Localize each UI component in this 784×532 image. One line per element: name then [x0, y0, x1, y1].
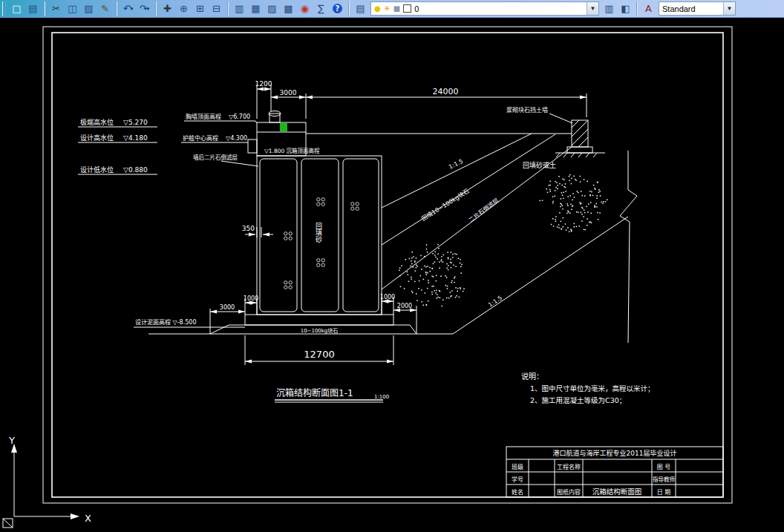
match-properties-button[interactable]: ✎: [97, 1, 113, 16]
layer-properties-icon: ▥: [604, 4, 613, 13]
pan-icon: ✚: [163, 4, 172, 13]
ucs-x-label: X: [85, 513, 91, 524]
cope-elevation-label: 胸墙顶面高程: [186, 113, 221, 120]
markup-button[interactable]: ◉: [297, 1, 313, 16]
quickcalc-icon: ∑: [318, 4, 324, 13]
water-level-label: 设计低水位: [80, 165, 114, 174]
zoom-realtime-icon: ⊕: [180, 4, 188, 13]
dimensions: 1200 3000 24000 350 1000 3000 1000 2000 …: [210, 80, 587, 365]
layer-thaw-sun-icon[interactable]: ☀: [384, 5, 391, 13]
help-icon: ?: [333, 4, 342, 13]
filter-layer-label: 墙后二片石倒滤层: [193, 154, 238, 161]
undo-button-dropdown-arrow[interactable]: ▾: [131, 6, 134, 12]
layer-dropdown-arrow[interactable]: ▼: [587, 2, 598, 15]
dim-2000-right: 2000: [397, 303, 412, 309]
text-style-dropdown[interactable]: Standard▼: [659, 1, 736, 16]
annotations: 回填砂或土 浆砌块石挡土墙 1:1.5 回填10~100kg块石 二片石倒滤层 …: [301, 106, 572, 334]
designcenter-button[interactable]: ▦: [248, 1, 264, 16]
properties-button[interactable]: ▥: [232, 1, 247, 16]
cope-elevation-value: ▽6.700: [229, 114, 250, 120]
copy-button[interactable]: ◫: [65, 1, 80, 16]
dim-1000-left: 1000: [244, 295, 258, 302]
toolbar-grip[interactable]: [2, 1, 6, 16]
zoom-previous-button[interactable]: ⊟: [209, 1, 224, 16]
layer-lock-icon[interactable]: ■: [393, 5, 400, 13]
toolbar-separator: [116, 1, 117, 16]
undo-button[interactable]: ↶▾: [120, 1, 136, 16]
title-block-label: 日 期: [657, 489, 671, 496]
water-level-label: 极端高水位: [80, 118, 114, 126]
zoom-window-button[interactable]: ⊞: [192, 1, 208, 16]
rock-fill-label: 回填10~100kg块石: [420, 187, 471, 223]
toolbar-items: □▤✂◫▧✎↶▾↷▾✚⊕⊞⊟▥▦▨▩◉∑?▤●☀■0▼▥◧AStandard▼: [1, 0, 783, 17]
copy-icon: ◫: [68, 4, 76, 13]
cad-drawing[interactable]: 1200 3000 24000 350 1000 3000 1000 2000 …: [0, 18, 784, 532]
layer-dropdown[interactable]: ●☀■0▼: [370, 1, 599, 16]
redo-button-dropdown-arrow[interactable]: ▾: [147, 6, 150, 12]
drawing-title-text: 沉箱结构断面图1-1: [276, 387, 353, 398]
fender-elevation-label: 护舷中心高程: [183, 134, 218, 142]
tool-palettes-icon: ▨: [267, 4, 276, 13]
note-item: 2、施工用混凝土等级为C30；: [530, 396, 626, 404]
markup-icon: ◉: [301, 4, 309, 13]
cut-icon: ✂: [52, 4, 60, 13]
zoom-previous-icon: ⊟: [212, 4, 220, 13]
paste-button[interactable]: ▧: [81, 1, 97, 16]
dim-350: 350: [242, 225, 255, 232]
new-icon: □: [12, 4, 21, 13]
paste-icon: ▧: [84, 4, 93, 13]
drawing-canvas[interactable]: 1200 3000 24000 350 1000 3000 1000 2000 …: [0, 18, 784, 532]
dim-12700: 12700: [304, 349, 334, 360]
sheet-set-manager-icon: ▩: [284, 4, 293, 13]
layer-properties-button[interactable]: ▥: [601, 1, 617, 16]
zoom-realtime-button[interactable]: ⊕: [176, 1, 192, 16]
new-button[interactable]: □: [9, 1, 24, 16]
text-style-button[interactable]: A: [641, 1, 656, 16]
layer-on-bulb-icon[interactable]: ●: [374, 5, 381, 13]
plot-button[interactable]: ▤: [25, 1, 41, 16]
dim-3000-left: 3000: [220, 304, 235, 311]
ucs-y-label: Y: [8, 435, 15, 446]
text-style-icon: A: [645, 4, 652, 13]
caisson-top-elevation: ▽1.800 沉箱顶面高程: [264, 147, 320, 154]
help-button[interactable]: ?: [330, 1, 345, 16]
notes: 说明： 1、图中尺寸单位为毫米，高程以米计； 2、施工用混凝土等级为C30；: [521, 372, 655, 404]
title-block-label: 班级: [512, 463, 523, 470]
water-level-value: ▽4.180: [123, 134, 148, 142]
quickcalc-button[interactable]: ∑: [313, 1, 329, 16]
title-block-label: 工程名称: [557, 463, 581, 470]
slope-label: 1:1.5: [448, 158, 464, 171]
title-block-label: 图 号: [657, 464, 671, 470]
title-block-label: 图纸内容: [557, 488, 581, 496]
fitting-block: [280, 123, 287, 131]
dim-24000: 24000: [433, 87, 459, 96]
pan-button[interactable]: ✚: [160, 1, 175, 16]
tool-palettes-button[interactable]: ▨: [264, 1, 280, 16]
dim-1000-right: 1000: [380, 294, 395, 301]
drawing-title-scale: 1:100: [374, 394, 389, 400]
layer-color-swatch[interactable]: [403, 4, 411, 13]
layer-previous-icon: ◧: [621, 4, 630, 13]
text-style-name: Standard: [662, 4, 696, 13]
layers-button[interactable]: ▤: [353, 1, 368, 16]
title-block-label: 指导教师: [653, 476, 675, 483]
cut-button[interactable]: ✂: [48, 1, 64, 16]
layer-name: 0: [414, 4, 419, 13]
title-block: 港口航道与海岸工程专业2011届毕业设计 班级 学号 姓名 工程名称 图纸内容 …: [506, 447, 723, 497]
drawing-title: 沉箱结构断面图1-1 1:100: [275, 387, 389, 402]
title-block-content: 沉箱结构断面图: [592, 487, 642, 496]
sheet-set-manager-button[interactable]: ▩: [281, 1, 296, 16]
notes-heading: 说明：: [521, 372, 543, 381]
dim-1200: 1200: [255, 80, 272, 88]
toolbar-separator: [227, 1, 229, 16]
plot-icon: ▤: [28, 4, 37, 13]
retaining-wall-label: 浆砌块石挡土墙: [506, 106, 548, 114]
toolbar-separator: [44, 1, 45, 16]
layer-previous-button[interactable]: ◧: [618, 1, 633, 16]
redo-button[interactable]: ↷▾: [137, 1, 152, 16]
sand-symbols: [284, 198, 359, 289]
match-properties-icon: ✎: [101, 4, 109, 13]
water-level-value: ▽5.270: [123, 119, 148, 126]
text-style-dropdown-arrow[interactable]: ▼: [723, 2, 735, 15]
rock-hatch: [399, 174, 607, 306]
